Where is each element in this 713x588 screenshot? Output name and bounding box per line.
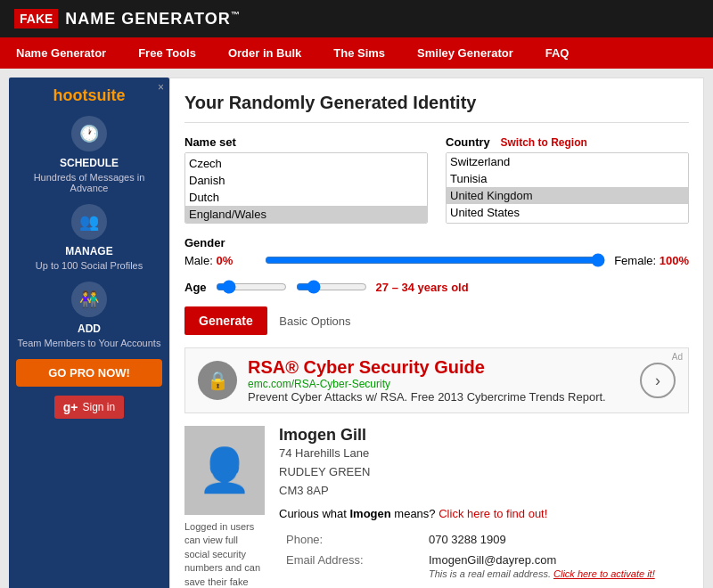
- gender-label: Gender: [184, 236, 689, 249]
- ad-content: RSA® Cyber Security Guide emc.com/RSA-Cy…: [248, 357, 606, 404]
- country-group: Country Switch to Region Switzerland Tun…: [446, 135, 689, 224]
- nav-free-tools[interactable]: Free Tools: [122, 37, 212, 69]
- field-value: 070 3288 1909: [422, 529, 689, 550]
- field-label: Email Address:: [279, 550, 422, 584]
- country-select[interactable]: Switzerland Tunisia United Kingdom Unite…: [446, 152, 689, 224]
- go-pro-button[interactable]: GO PRO NOW!: [16, 359, 162, 387]
- ad-banner[interactable]: Ad 🔒 RSA® Cyber Security Guide emc.com/R…: [184, 347, 689, 413]
- gplus-signin[interactable]: g+ Sign in: [54, 396, 124, 419]
- identity-address: 74 Harehills Lane RUDLEY GREEN CM3 8AP: [279, 445, 689, 500]
- add-icon: 👫: [71, 282, 107, 317]
- nav-the-sims[interactable]: The Sims: [317, 37, 401, 69]
- sidebar-schedule: 🕐 SCHEDULE Hundreds of Messages in Advan…: [16, 116, 162, 193]
- site-header: FAKE NAME GENERATOR™: [0, 0, 713, 37]
- manage-icon: 👥: [71, 204, 107, 240]
- field-value: ImogenGill@dayrep.com This is a real ema…: [422, 550, 689, 584]
- hootsuite-logo: hoothootsuitesuite: [16, 86, 162, 105]
- add-label: ADD: [16, 323, 162, 335]
- page-title: Your Randomly Generated Identity: [184, 93, 689, 123]
- male-pct: 0%: [216, 254, 233, 267]
- country-label: Country Switch to Region: [446, 135, 689, 149]
- activate-email-link[interactable]: Click here to activate it!: [553, 568, 655, 579]
- add-desc: Team Members to Your Accounts: [16, 338, 162, 348]
- avatar: 👤: [184, 426, 265, 515]
- close-icon[interactable]: ×: [158, 81, 164, 94]
- age-max-slider[interactable]: [296, 280, 367, 294]
- avatar-caption: Logged in users can view full social sec…: [184, 520, 265, 588]
- female-pct: 100%: [660, 254, 689, 267]
- curious-link[interactable]: Click here to find out!: [438, 507, 547, 520]
- nav-smiley[interactable]: Smiley Generator: [401, 37, 529, 69]
- sidebar-ad: × hoothootsuitesuite 🕐 SCHEDULE Hundreds…: [9, 78, 169, 588]
- field-label: Username:: [279, 584, 422, 588]
- fake-badge: FAKE: [14, 9, 58, 29]
- nav-faq[interactable]: FAQ: [529, 37, 586, 69]
- field-value: Seemand: [422, 584, 689, 588]
- avatar-box: 👤 Logged in users can view full social s…: [184, 426, 265, 588]
- basic-options-button[interactable]: Basic Options: [279, 314, 350, 328]
- schedule-icon: 🕐: [71, 116, 107, 151]
- form-top-row: Name set Croatian Czech Danish Dutch Eng…: [184, 135, 689, 224]
- gplus-icon: g+: [63, 400, 78, 414]
- sidebar-add: 👫 ADD Team Members to Your Accounts: [16, 282, 162, 348]
- content-area: Your Randomly Generated Identity Name se…: [169, 78, 704, 588]
- identity-details: Imogen Gill 74 Harehills Lane RUDLEY GRE…: [279, 426, 689, 588]
- ad-url: emc.com/RSA-Cyber-Security: [248, 378, 606, 390]
- table-row: Phone: 070 3288 1909: [279, 529, 689, 550]
- switch-to-region-link[interactable]: Switch to Region: [500, 136, 586, 149]
- identity-section: 👤 Logged in users can view full social s…: [184, 426, 689, 588]
- email-note: This is a real email address. Click here…: [429, 568, 655, 579]
- female-label: Female: 100%: [614, 254, 689, 267]
- site-title: NAME GENERATOR™: [65, 10, 240, 29]
- sidebar-manage: 👥 MANAGE Up to 100 Social Profiles: [16, 204, 162, 271]
- age-row: Age 27 – 34 years old: [184, 280, 689, 294]
- age-label: Age: [184, 281, 207, 294]
- ad-arrow-icon[interactable]: ›: [640, 363, 676, 398]
- main-nav: Name Generator Free Tools Order in Bulk …: [0, 37, 713, 69]
- field-label: Phone:: [279, 529, 422, 550]
- name-set-select[interactable]: Croatian Czech Danish Dutch England/Wale…: [184, 152, 428, 224]
- schedule-label: SCHEDULE: [16, 157, 162, 169]
- manage-label: MANAGE: [16, 245, 162, 257]
- info-table: Phone: 070 3288 1909 Email Address: Imog…: [279, 529, 689, 588]
- ad-title: RSA® Cyber Security Guide: [248, 357, 606, 378]
- generate-row: Generate Basic Options: [184, 306, 689, 335]
- nav-name-generator[interactable]: Name Generator: [0, 37, 122, 69]
- identity-name: Imogen Gill: [279, 426, 689, 445]
- main-layout: × hoothootsuitesuite 🕐 SCHEDULE Hundreds…: [0, 69, 713, 588]
- ad-label: Ad: [672, 352, 683, 362]
- name-set-group: Name set Croatian Czech Danish Dutch Eng…: [184, 135, 428, 224]
- table-row: Email Address: ImogenGill@dayrep.com Thi…: [279, 550, 689, 584]
- name-set-label: Name set: [184, 135, 428, 149]
- schedule-desc: Hundreds of Messages in Advance: [16, 172, 162, 193]
- table-row: Username: Seemand: [279, 584, 689, 588]
- gender-row: Gender Male: 0% Female: 100%: [184, 236, 689, 267]
- nav-order-bulk[interactable]: Order in Bulk: [212, 37, 317, 69]
- generate-button[interactable]: Generate: [184, 306, 267, 335]
- age-min-slider[interactable]: [216, 280, 287, 294]
- gender-slider[interactable]: [265, 253, 605, 267]
- age-display: 27 – 34 years old: [376, 281, 469, 294]
- gender-slider-container: Male: 0% Female: 100%: [184, 253, 689, 267]
- ad-shield-icon: 🔒: [198, 361, 237, 400]
- male-label: Male: 0%: [184, 254, 256, 267]
- manage-desc: Up to 100 Social Profiles: [16, 260, 162, 271]
- curious-line: Curious what Imogen means? Click here to…: [279, 507, 689, 520]
- ad-description: Prevent Cyber Attacks w/ RSA. Free 2013 …: [248, 390, 606, 404]
